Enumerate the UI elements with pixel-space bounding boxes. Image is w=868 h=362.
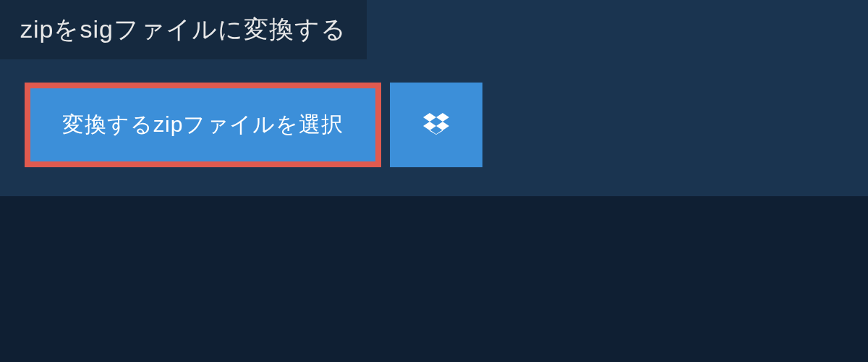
select-file-label: 変換するzipファイルを選択 (62, 110, 344, 140)
page-title: zipをsigファイルに変換する (20, 13, 346, 46)
select-file-button[interactable]: 変換するzipファイルを選択 (25, 83, 381, 167)
dropbox-icon (423, 111, 449, 139)
heading-container: zipをsigファイルに変換する (0, 0, 367, 59)
button-row: 変換するzipファイルを選択 (0, 59, 868, 196)
dropbox-button[interactable] (390, 83, 482, 167)
converter-panel: zipをsigファイルに変換する 変換するzipファイルを選択 (0, 0, 868, 196)
